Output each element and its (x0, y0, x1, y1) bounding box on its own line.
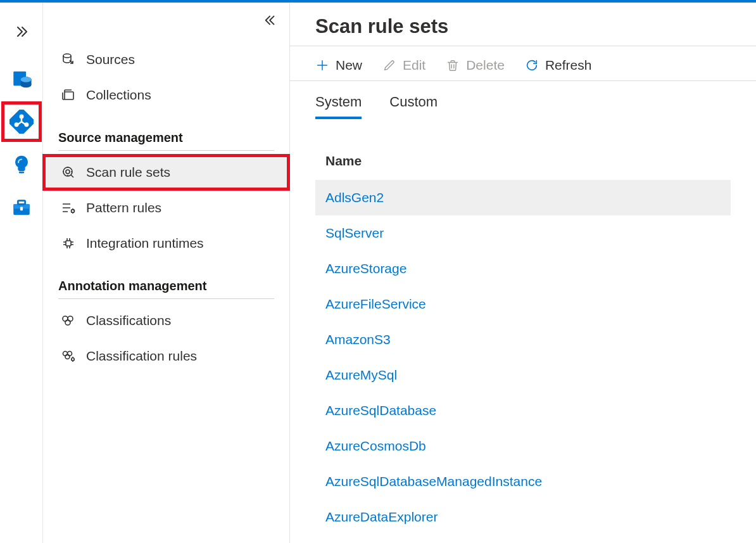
sidebar-item-scan-rule-sets[interactable]: Scan rule sets (43, 155, 289, 190)
sidebar-item-label: Scan rule sets (86, 165, 170, 180)
collapse-sidebar-button[interactable] (261, 11, 279, 29)
tab-system[interactable]: System (315, 94, 362, 119)
delete-button[interactable]: Delete (446, 58, 505, 73)
rail-management[interactable] (4, 190, 39, 226)
button-label: Delete (466, 58, 505, 73)
sidebar: Sources Collections Source management Sc… (43, 3, 290, 543)
edit-icon (382, 58, 396, 72)
button-label: Refresh (545, 58, 592, 73)
rail-data-sources[interactable] (4, 61, 39, 96)
table-row[interactable]: AdlsGen2 (315, 180, 731, 215)
sidebar-item-pattern-rules[interactable]: Pattern rules (43, 190, 289, 226)
column-header-name[interactable]: Name (315, 142, 731, 180)
main-content: Scan rule sets New Edit Delete (290, 3, 756, 543)
sidebar-item-classification-rules[interactable]: Classification rules (43, 338, 289, 374)
classifications-icon (58, 313, 79, 328)
table-row[interactable]: AzureFileService (315, 286, 731, 322)
chevrons-right-icon (14, 24, 29, 39)
lightbulb-icon (11, 154, 32, 176)
sidebar-item-integration-runtimes[interactable]: Integration runtimes (43, 226, 289, 261)
refresh-button[interactable]: Refresh (525, 58, 592, 73)
tab-custom[interactable]: Custom (389, 94, 438, 119)
svg-point-16 (63, 167, 72, 176)
sidebar-item-sources[interactable]: Sources (43, 42, 289, 77)
sidebar-nav: Sources Collections Source management Sc… (43, 3, 289, 374)
sidebar-item-label: Pattern rules (86, 200, 161, 215)
svg-point-25 (65, 355, 70, 359)
collections-icon (58, 87, 79, 103)
table-row[interactable]: AzureSqlDatabaseManagedInstance (315, 464, 731, 499)
new-button[interactable]: New (315, 58, 362, 73)
icon-rail (0, 3, 43, 543)
sidebar-item-label: Collections (86, 87, 151, 103)
svg-point-26 (72, 358, 74, 361)
rule-set-table: Name AdlsGen2SqlServerAzureStorageAzureF… (315, 142, 756, 535)
sidebar-group-source-management: Source management (58, 120, 274, 151)
pattern-rules-icon (58, 200, 79, 215)
svg-point-4 (20, 77, 31, 82)
table-row[interactable]: AmazonS3 (315, 322, 731, 357)
page-title: Scan rule sets (315, 15, 756, 46)
plus-icon (315, 58, 329, 72)
database-icon (11, 68, 32, 89)
svg-point-14 (63, 54, 71, 58)
rail-data-map[interactable] (4, 104, 39, 139)
table-row[interactable]: AzureDataExplorer (315, 499, 731, 535)
svg-rect-19 (66, 241, 71, 246)
scan-rule-sets-icon (58, 165, 79, 180)
svg-rect-12 (18, 201, 25, 205)
toolbox-icon (11, 197, 32, 219)
data-map-icon (9, 110, 34, 134)
table-row[interactable]: AzureSqlDatabase (315, 393, 731, 428)
svg-rect-15 (65, 92, 73, 99)
edit-button[interactable]: Edit (382, 58, 425, 73)
tabs: System Custom (315, 81, 756, 123)
rail-insights[interactable] (4, 147, 39, 182)
table-row[interactable]: AzureMySql (315, 357, 731, 393)
expand-rail-button[interactable] (4, 14, 39, 49)
table-row[interactable]: AzureCosmosDb (315, 428, 731, 464)
toolbar: New Edit Delete Refresh (315, 46, 756, 80)
sidebar-item-label: Integration runtimes (86, 236, 204, 251)
sources-icon (58, 52, 79, 67)
chevrons-left-icon (263, 13, 277, 27)
svg-point-3 (20, 82, 31, 88)
button-label: Edit (403, 58, 425, 73)
sidebar-item-label: Classifications (86, 313, 171, 328)
refresh-icon (525, 58, 539, 72)
classification-rules-icon (58, 348, 79, 364)
svg-point-6 (19, 115, 23, 119)
table-row[interactable]: SqlServer (315, 215, 731, 251)
svg-rect-9 (18, 172, 24, 174)
trash-icon (446, 58, 460, 72)
sidebar-item-label: Classification rules (86, 348, 197, 364)
svg-point-17 (66, 170, 70, 174)
sidebar-group-annotation-management: Annotation management (58, 269, 274, 299)
sidebar-item-label: Sources (86, 52, 135, 67)
button-label: New (336, 58, 362, 73)
app-root: Sources Collections Source management Sc… (0, 0, 756, 543)
sidebar-item-classifications[interactable]: Classifications (43, 303, 289, 338)
svg-point-22 (65, 320, 70, 325)
sidebar-item-collections[interactable]: Collections (43, 77, 289, 113)
integration-runtimes-icon (58, 236, 79, 251)
table-row[interactable]: AzureStorage (315, 251, 731, 286)
svg-rect-13 (20, 207, 22, 211)
